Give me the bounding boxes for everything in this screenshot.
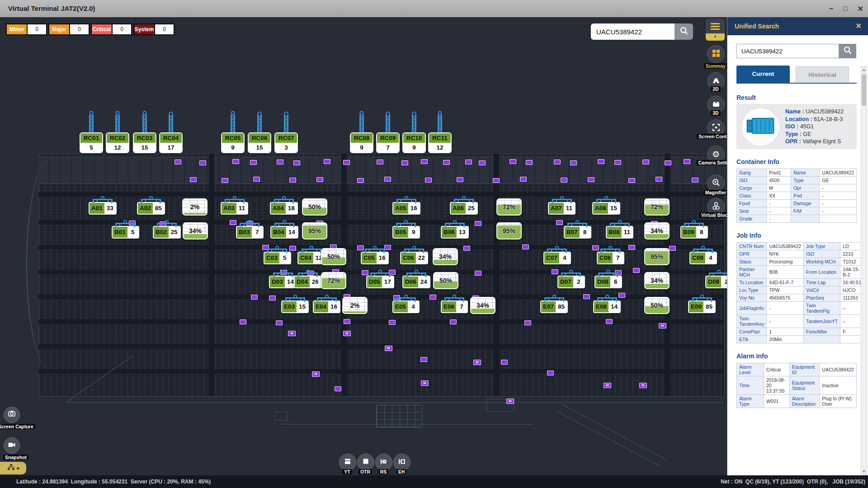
occupancy-badge[interactable]: 2%	[182, 198, 208, 216]
vehicle-marker[interactable]	[570, 160, 577, 165]
vehicle-marker[interactable]	[377, 160, 383, 164]
vehicle-marker[interactable]	[421, 159, 428, 164]
crane-badge-rc06[interactable]: RC0615	[248, 132, 271, 153]
vehicle-marker[interactable]	[450, 319, 457, 324]
vehicle-marker[interactable]	[230, 220, 236, 225]
vehicle-marker[interactable]	[457, 177, 463, 182]
vehicle-marker[interactable]	[289, 178, 296, 183]
block-badge-a01[interactable]: A0133	[89, 202, 117, 215]
vehicle-marker[interactable]	[269, 296, 276, 300]
occupancy-badge[interactable]: 95%	[644, 248, 670, 265]
crane-badge-rc02[interactable]: RC0212	[106, 132, 129, 153]
vehicle-marker[interactable]	[665, 160, 671, 165]
block-badge-a05[interactable]: A0516	[392, 202, 420, 215]
panel-scrollbar[interactable]: ▲ ▼	[861, 66, 867, 475]
vehicle-marker[interactable]	[588, 177, 594, 182]
crane-badge-rc05[interactable]: RC059	[221, 132, 245, 153]
vehicle-marker[interactable]	[251, 295, 258, 300]
vehicle-marker[interactable]: H	[473, 360, 481, 365]
vehicle-marker[interactable]	[479, 160, 486, 165]
block-badge-e09[interactable]: E0985	[688, 300, 716, 313]
vehicle-marker[interactable]: H	[639, 383, 647, 388]
terminal-map[interactable]: Minor0Major0Critical0System0 ▾ Summay 2D…	[0, 17, 727, 475]
vehicle-marker[interactable]	[522, 244, 529, 249]
block-badge-d09[interactable]: D092	[705, 276, 727, 288]
vehicle-marker[interactable]	[556, 220, 563, 225]
vehicle-marker[interactable]	[443, 160, 450, 165]
vehicle-marker[interactable]	[628, 245, 635, 250]
vehicle-marker[interactable]	[684, 159, 690, 164]
block-badge-c08[interactable]: C087	[597, 252, 624, 264]
occupancy-badge[interactable]: 50%	[302, 198, 327, 216]
vehicle-marker[interactable]	[463, 246, 470, 251]
block-badge-b05[interactable]: B059	[392, 226, 420, 239]
block-badge-d06[interactable]: D0624	[402, 276, 430, 288]
scroll-down-icon[interactable]: ▼	[861, 469, 867, 475]
vehicle-marker[interactable]	[618, 293, 625, 298]
occupancy-badge[interactable]: 34%	[183, 222, 208, 239]
block-badge-e06[interactable]: E067	[441, 300, 468, 313]
vehicle-marker[interactable]	[420, 357, 427, 362]
toolbar-button-otr[interactable]	[357, 454, 374, 471]
crane-badge-rc09[interactable]: RC097	[376, 132, 400, 153]
vehicle-marker[interactable]	[520, 177, 527, 182]
vehicle-marker[interactable]	[642, 160, 649, 164]
block-badge-c07[interactable]: C074	[543, 252, 571, 264]
occupancy-badge[interactable]: 34%	[470, 297, 495, 314]
vehicle-marker[interactable]	[656, 177, 662, 182]
block-badge-e07[interactable]: E0785	[540, 300, 568, 313]
block-badge-c06[interactable]: C0622	[400, 252, 428, 264]
occupancy-badge[interactable]: 95%	[302, 222, 327, 239]
map-search-button[interactable]	[675, 23, 693, 40]
vehicle-marker[interactable]	[583, 294, 590, 299]
crane-badge-rc07[interactable]: RC073	[274, 132, 298, 153]
vehicle-marker[interactable]: H	[343, 331, 351, 336]
vehicle-marker[interactable]	[628, 178, 635, 183]
vehicle-marker[interactable]: H	[312, 371, 320, 377]
vehicle-marker[interactable]	[357, 178, 364, 183]
vehicle-marker[interactable]	[344, 319, 350, 324]
toolbar-button-yt[interactable]	[339, 454, 356, 471]
block-badge-c05[interactable]: C0516	[361, 252, 389, 264]
vehicle-marker[interactable]	[277, 160, 283, 164]
vehicle-marker[interactable]	[606, 319, 613, 324]
vehicle-marker[interactable]	[175, 160, 181, 164]
block-badge-c09[interactable]: C094	[689, 252, 717, 264]
block-badge-b09[interactable]: B098	[680, 226, 708, 239]
panel-close-icon[interactable]: ✕	[856, 17, 862, 35]
block-badge-b01[interactable]: B015	[112, 226, 139, 239]
vehicle-marker[interactable]	[501, 360, 508, 365]
occupancy-badge[interactable]: 95%	[496, 222, 522, 239]
block-badge-a08[interactable]: A0815	[592, 202, 620, 215]
vehicle-marker[interactable]	[384, 177, 391, 182]
menu-caret[interactable]: ▾	[706, 33, 725, 41]
occupancy-badge[interactable]: 2%	[342, 297, 368, 314]
block-badge-d04[interactable]: D0426	[294, 276, 322, 288]
block-badge-a04[interactable]: A0418	[270, 202, 298, 215]
crane-badge-rc11[interactable]: RC1112	[428, 132, 452, 153]
occupancy-badge[interactable]: 50%	[433, 272, 458, 289]
occupancy-badge[interactable]: 34%	[644, 222, 670, 239]
vehicle-marker[interactable]	[389, 320, 396, 325]
block-badge-b07[interactable]: B078	[564, 226, 591, 239]
panel-search-button[interactable]	[839, 44, 856, 58]
vehicle-marker[interactable]: H	[659, 323, 666, 328]
block-badge-b06[interactable]: B0613	[441, 226, 469, 239]
tab-historical[interactable]: Historical	[796, 66, 849, 82]
vehicle-marker[interactable]	[232, 159, 239, 164]
block-badge-b04[interactable]: B0414	[270, 226, 298, 239]
vehicle-marker[interactable]	[633, 268, 640, 273]
block-badge-a07[interactable]: A0711	[548, 202, 576, 215]
vehicle-marker[interactable]	[199, 160, 206, 165]
screen-capture-button[interactable]	[4, 407, 20, 423]
vehicle-marker[interactable]	[293, 160, 300, 165]
tray-toggle[interactable]: ▶	[0, 462, 26, 474]
vehicle-marker[interactable]	[669, 246, 676, 251]
vehicle-marker[interactable]	[222, 178, 228, 183]
block-badge-b03[interactable]: B037	[236, 226, 264, 239]
vehicle-marker[interactable]	[324, 159, 330, 164]
scroll-up-icon[interactable]: ▲	[861, 67, 867, 73]
crane-badge-rc04[interactable]: RC0417	[159, 132, 183, 153]
vehicle-marker[interactable]	[316, 177, 323, 182]
vehicle-marker[interactable]: H	[506, 399, 514, 404]
